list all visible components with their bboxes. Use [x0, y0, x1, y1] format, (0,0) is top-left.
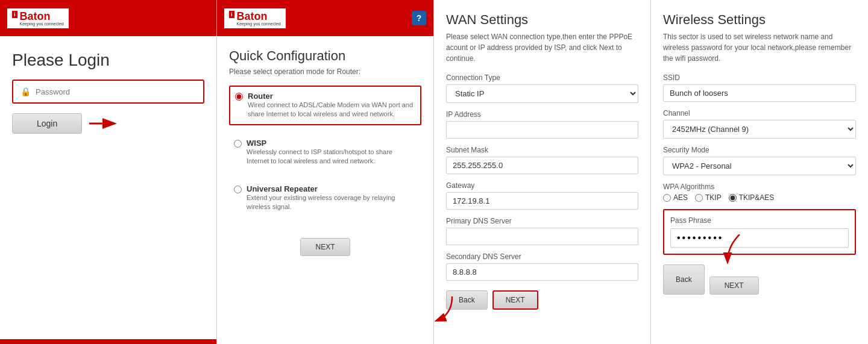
option-router-title: Router [248, 92, 415, 101]
wpa-algorithms-group: WPA Algorithms AES TKIP TKIP&AES [663, 183, 856, 202]
secondary-dns-group: Secondary DNS Server [446, 252, 638, 281]
wireless-back-button[interactable]: Back [663, 264, 705, 295]
option-wisp-content: WISP Wirelessly connect to ISP station/h… [247, 139, 417, 166]
wpa-aes-option[interactable]: AES [663, 193, 688, 202]
login-header: i Baton Keeping you connected [0, 0, 216, 36]
option-wisp[interactable]: WISP Wirelessly connect to ISP station/h… [229, 134, 421, 171]
password-input[interactable] [36, 87, 196, 96]
logo2: i Baton Keeping you connected [224, 8, 286, 28]
radio-repeater[interactable] [234, 186, 242, 193]
option-repeater-content: Universal Repeater Extend your existing … [247, 184, 417, 212]
gateway-label: Gateway [446, 181, 638, 190]
security-mode-label: Security Mode [663, 146, 856, 154]
option-wisp-title: WISP [247, 139, 417, 148]
security-mode-select[interactable]: WPA2 - Personal [663, 157, 856, 175]
wan-title: WAN Settings [446, 12, 638, 28]
wireless-title: Wireless Settings [663, 12, 856, 28]
login-content: Please Login 🔒 Login [0, 36, 216, 339]
lock-icon: 🔒 [20, 87, 31, 96]
arrow-right-icon [89, 117, 119, 130]
radio-tkip[interactable] [695, 194, 703, 202]
option-repeater[interactable]: Universal Repeater Extend your existing … [229, 180, 421, 217]
option-router-content: Router Wired connect to ADSL/Cable Modem… [248, 92, 415, 119]
wireless-settings-panel: Wireless Settings This sector is used to… [651, 0, 868, 344]
login-row: Login [12, 113, 204, 134]
subnet-mask-group: Subnet Mask [446, 146, 638, 174]
secondary-dns-label: Secondary DNS Server [446, 252, 638, 261]
wpa-aes-label: AES [673, 193, 688, 202]
ip-address-label: IP Address [446, 110, 638, 119]
option-router[interactable]: Router Wired connect to ADSL/Cable Modem… [229, 86, 421, 125]
quick-config-panel: i Baton Keeping you connected ? Quick Co… [217, 0, 434, 344]
radio-aes[interactable] [663, 194, 671, 202]
connection-type-group: Connection Type Static IP [446, 73, 638, 103]
primary-dns-input[interactable] [446, 228, 638, 245]
logo-tagline: Keeping you connected [20, 22, 64, 26]
radio-tkipaes[interactable] [729, 194, 737, 202]
ssid-label: SSID [663, 73, 856, 82]
subnet-mask-input[interactable] [446, 157, 638, 174]
connection-type-label: Connection Type [446, 73, 638, 82]
wireless-subtitle: This sector is used to set wireless netw… [663, 31, 856, 64]
option-repeater-desc: Extend your existing wireless coverage b… [247, 193, 417, 212]
wireless-content: Wireless Settings This sector is used to… [651, 0, 868, 344]
wpa-algorithms-label: WPA Algorithms [663, 183, 856, 191]
logo-tagline2: Keeping you connected [237, 22, 281, 26]
wpa-tkip-option[interactable]: TKIP [695, 193, 722, 202]
wireless-btn-row: Back NEXT [663, 264, 856, 295]
quick-config-title: Quick Configuration [229, 48, 421, 64]
password-field-wrapper: 🔒 [12, 80, 204, 104]
quick-config-content: Quick Configuration Please select operat… [217, 36, 433, 344]
primary-dns-group: Primary DNS Server [446, 217, 638, 245]
wan-content: WAN Settings Please select WAN connectio… [434, 0, 650, 344]
arrow-to-wireless-next [715, 234, 746, 264]
channel-group: Channel 2452MHz (Channel 9) [663, 109, 856, 139]
option-wisp-desc: Wirelessly connect to ISP station/hotspo… [247, 148, 417, 166]
ip-address-group: IP Address [446, 110, 638, 139]
ssid-group: SSID [663, 73, 856, 102]
gateway-input[interactable] [446, 192, 638, 210]
quick-config-next-button[interactable]: NEXT [300, 238, 350, 256]
wpa-algorithms-options: AES TKIP TKIP&AES [663, 193, 856, 202]
ip-address-input[interactable] [446, 121, 638, 139]
login-button[interactable]: Login [12, 113, 82, 134]
wpa-tkip-label: TKIP [705, 193, 722, 202]
login-title: Please Login [12, 51, 204, 70]
channel-select[interactable]: 2452MHz (Channel 9) [663, 120, 856, 139]
pass-phrase-input[interactable] [670, 228, 849, 248]
wpa-tkipaes-option[interactable]: TKIP&AES [729, 193, 775, 202]
gateway-group: Gateway [446, 181, 638, 210]
logo-baton: Baton [20, 11, 64, 22]
pass-phrase-box: Pass Phrase [663, 209, 856, 255]
logo-i-badge2: i [229, 11, 234, 18]
radio-wisp[interactable] [234, 140, 242, 148]
security-mode-group: Security Mode WPA2 - Personal [663, 146, 856, 175]
quick-config-subtitle: Please select operation mode for Router: [229, 67, 421, 76]
option-router-desc: Wired connect to ADSL/Cable Modem via WA… [248, 101, 415, 119]
primary-dns-label: Primary DNS Server [446, 217, 638, 225]
wpa-tkipaes-label: TKIP&AES [739, 193, 775, 202]
wan-btn-row: Back NEXT [446, 290, 638, 310]
pass-phrase-label: Pass Phrase [670, 216, 849, 225]
subnet-mask-label: Subnet Mask [446, 146, 638, 154]
logo-baton2: Baton [237, 11, 281, 22]
wan-subtitle: Please select WAN connection type,then e… [446, 31, 638, 64]
ssid-input[interactable] [663, 84, 856, 102]
channel-label: Channel [663, 109, 856, 117]
connection-type-select[interactable]: Static IP [446, 84, 638, 103]
option-repeater-title: Universal Repeater [247, 184, 417, 193]
wan-settings-panel: WAN Settings Please select WAN connectio… [434, 0, 651, 344]
quick-config-header: i Baton Keeping you connected ? [217, 0, 433, 36]
login-footer-bar [0, 339, 216, 344]
wireless-next-button[interactable]: NEXT [709, 277, 759, 295]
secondary-dns-input[interactable] [446, 263, 638, 281]
help-button[interactable]: ? [412, 11, 426, 25]
logo-i-badge: i [12, 11, 17, 18]
logo: i Baton Keeping you connected [7, 8, 69, 28]
login-panel: i Baton Keeping you connected Please Log… [0, 0, 217, 344]
arrow-to-wan-next [434, 296, 470, 333]
radio-router[interactable] [235, 93, 243, 101]
wan-next-button[interactable]: NEXT [492, 290, 538, 310]
